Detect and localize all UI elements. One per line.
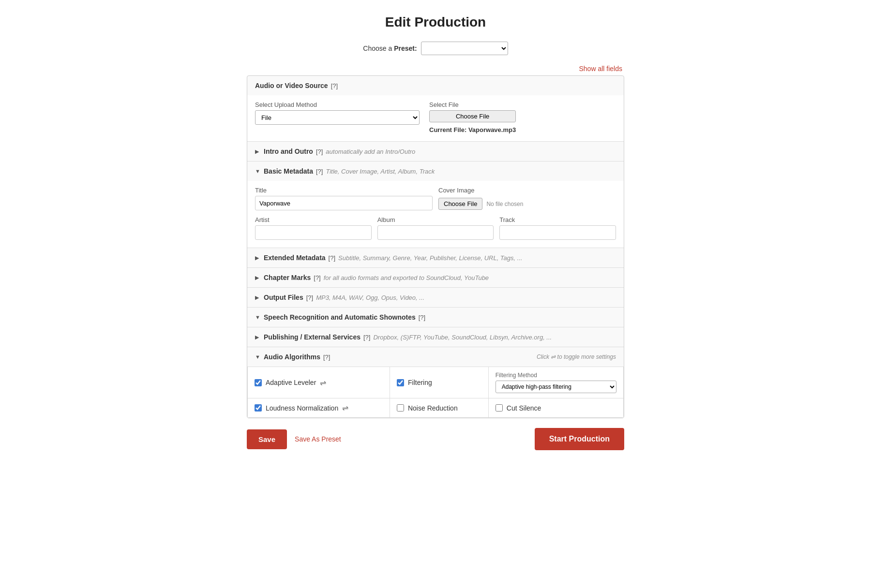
cut-silence-cell-inner: Cut Silence: [496, 404, 616, 412]
show-all-fields-container: Show all fields: [247, 65, 624, 73]
track-input[interactable]: [499, 225, 616, 240]
audio-algorithms-header-area: ▼ Audio Algorithms [?] Click ⇌ to toggle…: [247, 347, 624, 367]
intro-outro-help[interactable]: [?]: [316, 148, 323, 155]
audio-source-header[interactable]: Audio or Video Source [?]: [247, 76, 624, 95]
algorithms-row-2: Loudness Normalization ⇌ Noise Reduction: [248, 398, 624, 418]
algorithms-table: Adaptive Leveler ⇌ Filtering: [247, 367, 624, 418]
output-files-section: ▶ Output Files [?] MP3, M4A, WAV, Ogg, O…: [247, 288, 624, 308]
title-input[interactable]: [255, 196, 433, 210]
algorithms-hint: Click ⇌ to toggle more settings: [537, 353, 616, 360]
album-label: Album: [377, 216, 494, 223]
cut-silence-label: Cut Silence: [507, 404, 541, 412]
bottom-bar: Save Save As Preset Start Production: [247, 428, 624, 450]
publishing-section: ▶ Publishing / External Services [?] Dro…: [247, 327, 624, 347]
publishing-toggle: ▶: [255, 334, 261, 340]
start-production-button[interactable]: Start Production: [535, 428, 624, 450]
audio-algorithms-toggle: ▼: [255, 354, 261, 360]
adaptive-leveler-checkbox[interactable]: [255, 379, 262, 386]
basic-metadata-toggle: ▼: [255, 168, 261, 174]
chapter-marks-section: ▶ Chapter Marks [?] for all audio format…: [247, 268, 624, 288]
intro-outro-toggle: ▶: [255, 148, 261, 155]
noise-reduction-cell-inner: Noise Reduction: [397, 404, 481, 412]
algorithms-content: Adaptive Leveler ⇌ Filtering: [247, 367, 624, 418]
loudness-normalization-cell-inner: Loudness Normalization ⇌: [255, 403, 383, 412]
output-files-help[interactable]: [?]: [306, 294, 313, 301]
audio-algorithms-header-left[interactable]: ▼ Audio Algorithms [?]: [255, 353, 330, 361]
publishing-help[interactable]: [?]: [363, 334, 370, 341]
chapter-marks-hint: for all audio formats and exported to So…: [324, 274, 489, 281]
metadata-grid-bottom: Artist Album Track: [255, 216, 616, 240]
audio-source-help[interactable]: [?]: [331, 82, 338, 89]
album-field: Album: [377, 216, 494, 240]
cut-silence-checkbox[interactable]: [496, 404, 503, 412]
upload-method-select[interactable]: File URL Dropbox: [255, 110, 420, 125]
audio-algorithms-help[interactable]: [?]: [323, 353, 330, 361]
output-files-title: Output Files: [264, 294, 303, 301]
adaptive-leveler-cell: Adaptive Leveler ⇌: [248, 367, 390, 398]
chapter-marks-header[interactable]: ▶ Chapter Marks [?] for all audio format…: [247, 268, 624, 287]
audio-source-content: Select Upload Method File URL Dropbox Se…: [247, 95, 624, 141]
cover-image-row: Choose File No file chosen: [438, 198, 616, 210]
basic-metadata-help[interactable]: [?]: [316, 168, 323, 175]
adaptive-leveler-settings-icon[interactable]: ⇌: [320, 378, 326, 387]
metadata-grid-top: Title Cover Image Choose File No file ch…: [255, 187, 616, 210]
save-as-preset-link[interactable]: Save As Preset: [295, 435, 341, 443]
publishing-hint: Dropbox, (S)FTP, YouTube, SoundCloud, Li…: [373, 334, 552, 341]
cover-image-label: Cover Image: [438, 187, 616, 194]
speech-recognition-header[interactable]: ▼ Speech Recognition and Automatic Shown…: [247, 308, 624, 327]
artist-input[interactable]: [255, 225, 372, 240]
upload-row: Select Upload Method File URL Dropbox Se…: [255, 101, 616, 133]
title-field: Title: [255, 187, 433, 210]
extended-metadata-toggle: ▶: [255, 255, 261, 261]
audio-algorithms-title: Audio Algorithms: [264, 353, 320, 361]
select-file-container: Select File Choose File Current File: Va…: [429, 101, 516, 133]
noise-reduction-label: Noise Reduction: [408, 404, 458, 412]
audio-source-title: Audio or Video Source: [255, 82, 328, 89]
track-label: Track: [499, 216, 616, 223]
choose-file-button-cover[interactable]: Choose File: [438, 198, 482, 210]
speech-recognition-toggle: ▼: [255, 314, 261, 320]
preset-select[interactable]: Preset 1 Preset 2: [421, 42, 508, 55]
extended-metadata-header[interactable]: ▶ Extended Metadata [?] Subtitle, Summar…: [247, 248, 624, 267]
chapter-marks-title: Chapter Marks: [264, 274, 311, 281]
intro-outro-section: ▶ Intro and Outro [?] automatically add …: [247, 142, 624, 162]
publishing-header[interactable]: ▶ Publishing / External Services [?] Dro…: [247, 327, 624, 347]
extended-metadata-section: ▶ Extended Metadata [?] Subtitle, Summar…: [247, 248, 624, 268]
basic-metadata-content: Title Cover Image Choose File No file ch…: [247, 181, 624, 248]
loudness-normalization-cell: Loudness Normalization ⇌: [248, 398, 390, 418]
intro-outro-title: Intro and Outro: [264, 147, 313, 155]
loudness-normalization-settings-icon[interactable]: ⇌: [342, 403, 348, 412]
track-field: Track: [499, 216, 616, 240]
basic-metadata-header[interactable]: ▼ Basic Metadata [?] Title, Cover Image,…: [247, 162, 624, 181]
audio-algorithms-section: ▼ Audio Algorithms [?] Click ⇌ to toggle…: [247, 347, 624, 418]
output-files-toggle: ▶: [255, 294, 261, 301]
intro-outro-hint: automatically add an Intro/Outro: [326, 148, 415, 155]
output-files-header[interactable]: ▶ Output Files [?] MP3, M4A, WAV, Ogg, O…: [247, 288, 624, 307]
choose-file-button-source[interactable]: Choose File: [429, 110, 516, 122]
filtering-checkbox[interactable]: [397, 379, 404, 386]
upload-method-container: Select Upload Method File URL Dropbox: [255, 101, 420, 125]
select-file-label: Select File: [429, 101, 516, 108]
basic-metadata-hint: Title, Cover Image, Artist, Album, Track: [326, 168, 435, 175]
page-title: Edit Production: [10, 15, 861, 30]
save-button[interactable]: Save: [247, 429, 287, 449]
artist-field: Artist: [255, 216, 372, 240]
noise-reduction-checkbox[interactable]: [397, 404, 404, 412]
current-file-label: Current File: Vaporwave.mp3: [429, 126, 516, 133]
speech-recognition-help[interactable]: [?]: [419, 314, 425, 321]
chapter-marks-toggle: ▶: [255, 275, 261, 281]
filtering-method-label: Filtering Method: [496, 372, 616, 379]
intro-outro-header[interactable]: ▶ Intro and Outro [?] automatically add …: [247, 142, 624, 161]
extended-metadata-help[interactable]: [?]: [329, 254, 335, 262]
loudness-normalization-checkbox[interactable]: [255, 404, 262, 412]
output-files-hint: MP3, M4A, WAV, Ogg, Opus, Video, ...: [316, 294, 424, 301]
main-card: Audio or Video Source [?] Select Upload …: [247, 75, 624, 418]
chapter-marks-help[interactable]: [?]: [314, 274, 320, 281]
album-input[interactable]: [377, 225, 494, 240]
show-all-fields-link[interactable]: Show all fields: [579, 65, 623, 73]
bottom-left: Save Save As Preset: [247, 429, 341, 449]
filtering-cell-inner: Filtering: [397, 379, 481, 386]
preset-row: Choose a Preset: Preset 1 Preset 2: [10, 42, 861, 55]
title-label: Title: [255, 187, 433, 194]
filtering-method-select[interactable]: Adaptive high-pass filtering Fixed high-…: [496, 381, 616, 393]
